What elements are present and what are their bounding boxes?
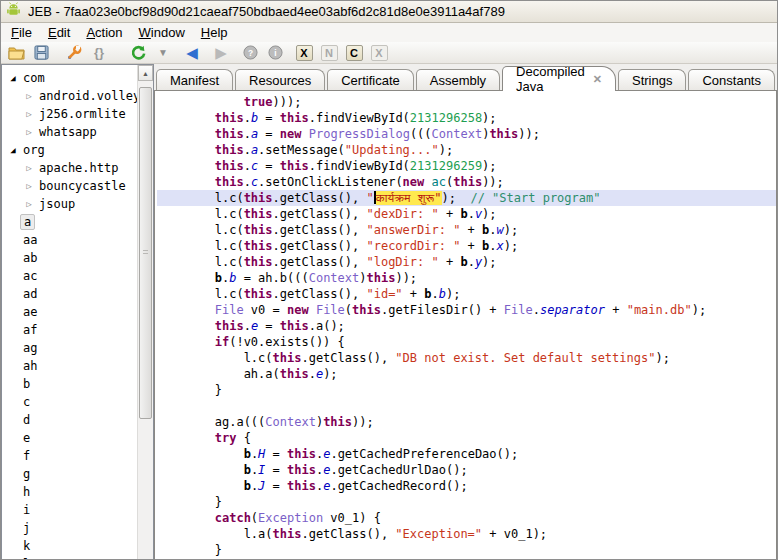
- code-line[interactable]: }: [157, 542, 776, 558]
- refresh-button[interactable]: [127, 43, 149, 63]
- tree-item-ag[interactable]: ag: [2, 339, 137, 357]
- tree-item-c[interactable]: c: [2, 393, 137, 411]
- toggle-x2-button[interactable]: X: [368, 43, 390, 63]
- code-line[interactable]: catch(Exception v0_1) {: [157, 510, 776, 526]
- code-line[interactable]: b.H = this.e.getCachedPreferenceDao();: [157, 446, 776, 462]
- braces-icon: {}: [94, 46, 104, 59]
- expand-icon[interactable]: ▷: [22, 199, 36, 209]
- collapse-icon[interactable]: ◢: [6, 145, 20, 155]
- tree-item-e[interactable]: e: [2, 429, 137, 447]
- tab-close-icon[interactable]: ✕: [593, 73, 602, 86]
- code-line[interactable]: File v0 = new File(this.getFilesDir() + …: [157, 302, 776, 318]
- braces-button[interactable]: {}: [88, 43, 110, 63]
- sidebar-scrollbar[interactable]: ▲: [137, 65, 153, 560]
- tab-manifest[interactable]: Manifest: [156, 69, 233, 91]
- info-button[interactable]: i: [264, 43, 286, 63]
- tree-item-label: f: [20, 449, 33, 463]
- save-button[interactable]: [30, 43, 52, 63]
- code-line[interactable]: true)));: [157, 94, 776, 110]
- tree-item-bouncycastle[interactable]: ▷bouncycastle: [2, 177, 137, 195]
- menu-file[interactable]: File: [3, 24, 40, 41]
- tab-assembly[interactable]: Assembly: [416, 69, 500, 91]
- tree-item-d[interactable]: d: [2, 411, 137, 429]
- scrollbar-thumb[interactable]: [139, 87, 152, 419]
- code-line[interactable]: l.c(this.getClass(), "answerDir: " + b.w…: [157, 222, 776, 238]
- toggle-c-button[interactable]: C: [343, 43, 365, 63]
- code-line[interactable]: b.I = this.e.getCachedUrlDao();: [157, 462, 776, 478]
- tree-item-ae[interactable]: ae: [2, 303, 137, 321]
- scroll-up-arrow-icon[interactable]: ▲: [138, 65, 153, 81]
- code-line[interactable]: this.a.setMessage("Updating...");: [157, 142, 776, 158]
- code-line[interactable]: l.a(this.getClass(), "Exception=" + v0_1…: [157, 526, 776, 542]
- code-line[interactable]: l.c(this.getClass(), "dexDir: " + b.v);: [157, 206, 776, 222]
- tree-item-g[interactable]: g: [2, 465, 137, 483]
- help-button[interactable]: ?: [239, 43, 261, 63]
- tree-item-jsoup[interactable]: ▷jsoup: [2, 195, 137, 213]
- menu-edit[interactable]: Edit: [40, 24, 78, 41]
- tree-item-android.volley[interactable]: ▷android.volley: [2, 87, 137, 105]
- code-line[interactable]: this.b = this.findViewById(2131296258);: [157, 110, 776, 126]
- toggle-n-button[interactable]: N: [318, 43, 340, 63]
- tab-certificate[interactable]: Certificate: [327, 69, 414, 91]
- code-line[interactable]: try {: [157, 430, 776, 446]
- tree-item-ab[interactable]: ab: [2, 249, 137, 267]
- expand-icon[interactable]: ▷: [22, 181, 36, 191]
- tree-item-b[interactable]: b: [2, 375, 137, 393]
- tree-item-h[interactable]: h: [2, 483, 137, 501]
- code-line[interactable]: l.c(this.getClass(), "DB not exist. Set …: [157, 350, 776, 366]
- open-file-button[interactable]: [5, 43, 27, 63]
- dropdown-button[interactable]: ▼: [152, 43, 174, 63]
- tree-item-j[interactable]: j: [2, 519, 137, 537]
- letter-x-icon: X: [371, 45, 388, 61]
- tree-item-whatsapp[interactable]: ▷whatsapp: [2, 123, 137, 141]
- tree-item-ac[interactable]: ac: [2, 267, 137, 285]
- code-line[interactable]: b.b = ah.b(((Context)this));: [157, 270, 776, 286]
- code-line[interactable]: this.c = this.findViewById(2131296259);: [157, 158, 776, 174]
- tree-item-apache.http[interactable]: ▷apache.http: [2, 159, 137, 177]
- navigate-forward-button[interactable]: ▶: [210, 43, 232, 63]
- tree-item-org[interactable]: ◢org: [2, 141, 137, 159]
- code-line[interactable]: }: [157, 382, 776, 398]
- tree-item-i[interactable]: i: [2, 501, 137, 519]
- code-line[interactable]: b.J = this.e.getCachedRecord();: [157, 478, 776, 494]
- tab-decompiled-java[interactable]: Decompiled Java✕: [502, 66, 616, 91]
- code-line[interactable]: this.e = this.a();: [157, 318, 776, 334]
- tab-strings[interactable]: Strings: [618, 69, 686, 91]
- expand-icon[interactable]: ▷: [22, 91, 36, 101]
- collapse-icon[interactable]: ◢: [6, 73, 20, 83]
- code-line[interactable]: l.c(this.getClass(), "logDir: " + b.y);: [157, 254, 776, 270]
- menu-action[interactable]: Action: [78, 24, 130, 41]
- tree-item-f[interactable]: f: [2, 447, 137, 465]
- tree-item-j256.ormlite[interactable]: ▷j256.ormlite: [2, 105, 137, 123]
- code-line[interactable]: l.c(this.getClass(), "id=" + b.b);: [157, 286, 776, 302]
- navigate-back-button[interactable]: ◀: [181, 43, 203, 63]
- tab-constants[interactable]: Constants: [688, 69, 775, 91]
- code-line[interactable]: l.c(this.getClass(), "recordDir: " + b.x…: [157, 238, 776, 254]
- code-line[interactable]: }: [157, 494, 776, 510]
- tree-item-ah[interactable]: ah: [2, 357, 137, 375]
- question-circle-icon: ?: [243, 45, 258, 60]
- code-line[interactable]: if(!v0.exists()) {: [157, 334, 776, 350]
- menu-window[interactable]: Window: [131, 24, 193, 41]
- expand-icon[interactable]: ▷: [22, 109, 36, 119]
- code-editor[interactable]: true))); this.b = this.findViewById(2131…: [154, 90, 777, 560]
- expand-icon[interactable]: ▷: [22, 127, 36, 137]
- code-line[interactable]: ag.a(((Context)this));: [157, 414, 776, 430]
- menu-help[interactable]: Help: [193, 24, 236, 41]
- tree-item-ad[interactable]: ad: [2, 285, 137, 303]
- toggle-x-button[interactable]: X: [293, 43, 315, 63]
- code-line[interactable]: ah.a(this.e);: [157, 366, 776, 382]
- tree-item-k[interactable]: k: [2, 537, 137, 555]
- code-line[interactable]: this.c.setOnClickListener(new ac(this));: [157, 174, 776, 190]
- tree-item-aa[interactable]: aa: [2, 231, 137, 249]
- tree-item-a[interactable]: a: [2, 213, 137, 231]
- code-line[interactable]: l.c(this.getClass(), "कार्यक्रम शुरू"); …: [157, 190, 776, 206]
- options-button[interactable]: [63, 43, 85, 63]
- tree-item-af[interactable]: af: [2, 321, 137, 339]
- expand-icon[interactable]: ▷: [22, 163, 36, 173]
- tree-item-l[interactable]: l: [2, 555, 137, 560]
- code-line[interactable]: this.a = new ProgressDialog(((Context)th…: [157, 126, 776, 142]
- tab-resources[interactable]: Resources: [235, 69, 325, 91]
- tree-item-com[interactable]: ◢com: [2, 69, 137, 87]
- code-line[interactable]: [157, 398, 776, 414]
